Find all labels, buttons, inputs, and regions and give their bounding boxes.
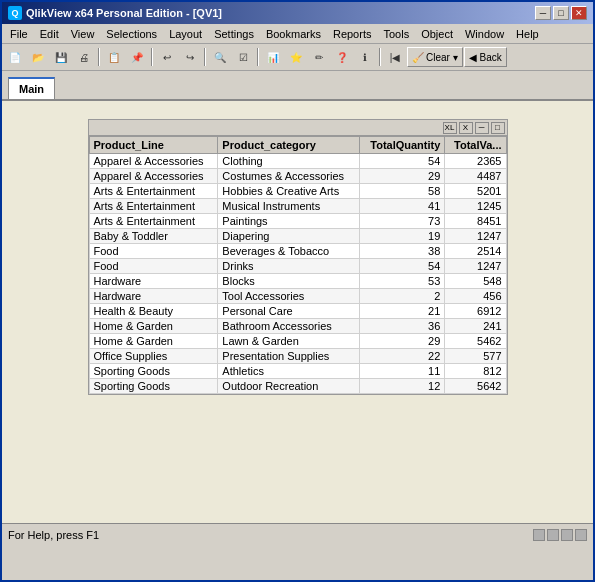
window-title: QlikView x64 Personal Edition - [QV1] [26, 7, 222, 19]
back-label: ◀ Back [469, 52, 502, 63]
table-row[interactable]: Baby & ToddlerDiapering191247 [89, 229, 506, 244]
table-cell-6-1: Beverages & Tobacco [218, 244, 359, 259]
table-cell-13-1: Presentation Supplies [218, 349, 359, 364]
copy-button[interactable]: 📋 [103, 47, 125, 67]
table-cell-4-2: 73 [359, 214, 445, 229]
menu-window[interactable]: Window [459, 26, 510, 42]
status-dot-1 [533, 529, 545, 541]
maximize-button[interactable]: □ [553, 6, 569, 20]
table-cell-12-2: 29 [359, 334, 445, 349]
close-button[interactable]: ✕ [571, 6, 587, 20]
info-button[interactable]: ℹ [354, 47, 376, 67]
table-xl-button[interactable]: XL [443, 122, 457, 134]
table-row[interactable]: Office SuppliesPresentation Supplies2257… [89, 349, 506, 364]
col-header-total-value[interactable]: TotalVa... [445, 137, 506, 154]
title-controls[interactable]: ─ □ ✕ [535, 6, 587, 20]
table-row[interactable]: Health & BeautyPersonal Care216912 [89, 304, 506, 319]
status-dot-3 [561, 529, 573, 541]
table-minimize-button[interactable]: ─ [475, 122, 489, 134]
table-cell-7-2: 54 [359, 259, 445, 274]
paste-button[interactable]: 📌 [126, 47, 148, 67]
table-row[interactable]: FoodDrinks541247 [89, 259, 506, 274]
table-row[interactable]: FoodBeverages & Tobacco382514 [89, 244, 506, 259]
menu-layout[interactable]: Layout [163, 26, 208, 42]
save-button[interactable]: 💾 [50, 47, 72, 67]
table-cell-2-0: Arts & Entertainment [89, 184, 218, 199]
menu-help[interactable]: Help [510, 26, 545, 42]
menu-bookmarks[interactable]: Bookmarks [260, 26, 327, 42]
table-row[interactable]: HardwareTool Accessories2456 [89, 289, 506, 304]
menu-file[interactable]: File [4, 26, 34, 42]
table-row[interactable]: HardwareBlocks53548 [89, 274, 506, 289]
title-bar-left: Q QlikView x64 Personal Edition - [QV1] [8, 6, 222, 20]
minimize-button[interactable]: ─ [535, 6, 551, 20]
table-cell-3-0: Arts & Entertainment [89, 199, 218, 214]
table-cell-3-3: 1245 [445, 199, 506, 214]
table-cell-2-2: 58 [359, 184, 445, 199]
table-cell-0-2: 54 [359, 154, 445, 169]
table-close-button[interactable]: X [459, 122, 473, 134]
table-row[interactable]: Sporting GoodsOutdoor Recreation125642 [89, 379, 506, 394]
chart-button[interactable]: 📊 [262, 47, 284, 67]
table-row[interactable]: Apparel & AccessoriesCostumes & Accessor… [89, 169, 506, 184]
clear-button[interactable]: 🧹 Clear ▾ [407, 47, 463, 67]
table-cell-6-3: 2514 [445, 244, 506, 259]
table-row[interactable]: Arts & EntertainmentMusical Instruments4… [89, 199, 506, 214]
table-row[interactable]: Home & GardenBathroom Accessories36241 [89, 319, 506, 334]
menu-settings[interactable]: Settings [208, 26, 260, 42]
table-cell-10-0: Health & Beauty [89, 304, 218, 319]
tab-bar: Main [2, 71, 593, 101]
redo-button[interactable]: ↪ [179, 47, 201, 67]
table-cell-5-3: 1247 [445, 229, 506, 244]
menu-selections[interactable]: Selections [100, 26, 163, 42]
table-cell-0-1: Clothing [218, 154, 359, 169]
status-indicators [533, 529, 587, 541]
table-cell-9-1: Tool Accessories [218, 289, 359, 304]
col-header-product-category[interactable]: Product_category [218, 137, 359, 154]
title-bar: Q QlikView x64 Personal Edition - [QV1] … [2, 2, 593, 24]
table-cell-11-2: 36 [359, 319, 445, 334]
check-button[interactable]: ☑ [232, 47, 254, 67]
menu-reports[interactable]: Reports [327, 26, 378, 42]
table-cell-14-3: 812 [445, 364, 506, 379]
col-header-total-quantity[interactable]: TotalQuantity [359, 137, 445, 154]
table-cell-15-3: 5642 [445, 379, 506, 394]
menu-edit[interactable]: Edit [34, 26, 65, 42]
star-button[interactable]: ⭐ [285, 47, 307, 67]
table-cell-13-2: 22 [359, 349, 445, 364]
col-header-product-line[interactable]: Product_Line [89, 137, 218, 154]
status-dot-4 [575, 529, 587, 541]
table-row[interactable]: Apparel & AccessoriesClothing542365 [89, 154, 506, 169]
new-button[interactable]: 📄 [4, 47, 26, 67]
menu-object[interactable]: Object [415, 26, 459, 42]
edit-button[interactable]: ✏ [308, 47, 330, 67]
toolbar-area: 📄 📂 💾 🖨 📋 📌 ↩ ↪ 🔍 ☑ 📊 ⭐ ✏ ❓ ℹ |◀ 🧹 Clear… [2, 44, 593, 71]
undo-button[interactable]: ↩ [156, 47, 178, 67]
table-cell-8-1: Blocks [218, 274, 359, 289]
table-row[interactable]: Arts & EntertainmentHobbies & Creative A… [89, 184, 506, 199]
table-maximize-button[interactable]: □ [491, 122, 505, 134]
table-row[interactable]: Sporting GoodsAthletics11812 [89, 364, 506, 379]
tab-main[interactable]: Main [8, 77, 55, 99]
table-cell-4-3: 8451 [445, 214, 506, 229]
table-cell-0-3: 2365 [445, 154, 506, 169]
table-cell-8-0: Hardware [89, 274, 218, 289]
table-cell-10-3: 6912 [445, 304, 506, 319]
menu-tools[interactable]: Tools [377, 26, 415, 42]
search-button[interactable]: 🔍 [209, 47, 231, 67]
table-cell-7-1: Drinks [218, 259, 359, 274]
separator-4 [257, 48, 259, 66]
menu-view[interactable]: View [65, 26, 101, 42]
back-button[interactable]: ◀ Back [464, 47, 507, 67]
nav-prev-button[interactable]: |◀ [384, 47, 406, 67]
table-cell-12-3: 5462 [445, 334, 506, 349]
separator-5 [379, 48, 381, 66]
table-cell-1-3: 4487 [445, 169, 506, 184]
table-cell-13-3: 577 [445, 349, 506, 364]
open-button[interactable]: 📂 [27, 47, 49, 67]
status-text: For Help, press F1 [8, 529, 99, 541]
print-button[interactable]: 🖨 [73, 47, 95, 67]
help-button[interactable]: ❓ [331, 47, 353, 67]
table-row[interactable]: Arts & EntertainmentPaintings738451 [89, 214, 506, 229]
table-row[interactable]: Home & GardenLawn & Garden295462 [89, 334, 506, 349]
